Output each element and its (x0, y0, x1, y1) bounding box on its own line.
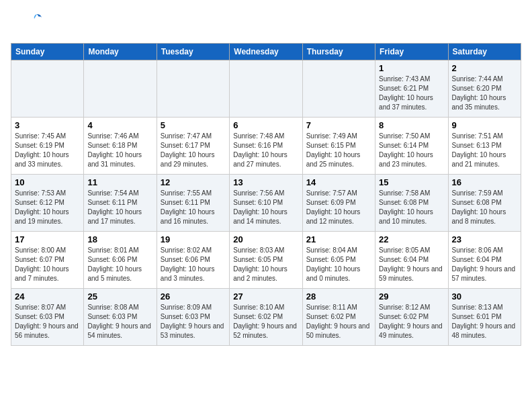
calendar-week-row: 24Sunrise: 8:07 AM Sunset: 6:03 PM Dayli… (11, 289, 521, 346)
logo-bird-icon (31, 12, 43, 24)
calendar-cell: 21Sunrise: 8:04 AM Sunset: 6:05 PM Dayli… (302, 232, 375, 289)
day-info: Sunrise: 8:04 AM Sunset: 6:05 PM Dayligh… (306, 246, 371, 283)
day-number: 13 (233, 177, 298, 187)
day-info: Sunrise: 8:03 AM Sunset: 6:05 PM Dayligh… (233, 246, 298, 283)
weekday-header-wednesday: Wednesday (230, 44, 302, 60)
day-number: 2 (452, 63, 517, 73)
calendar-cell: 19Sunrise: 8:02 AM Sunset: 6:06 PM Dayli… (157, 232, 229, 289)
day-number: 21 (306, 234, 371, 244)
day-number: 1 (379, 63, 444, 73)
day-info: Sunrise: 8:06 AM Sunset: 6:04 PM Dayligh… (452, 246, 517, 283)
page-header (11, 11, 521, 38)
day-number: 22 (379, 234, 444, 244)
day-number: 6 (233, 120, 298, 130)
calendar-cell (230, 60, 302, 118)
day-info: Sunrise: 7:54 AM Sunset: 6:11 PM Dayligh… (87, 189, 152, 226)
day-number: 8 (379, 120, 444, 130)
calendar-cell: 22Sunrise: 8:05 AM Sunset: 6:04 PM Dayli… (375, 232, 448, 289)
weekday-header-thursday: Thursday (302, 44, 375, 60)
day-number: 24 (15, 291, 80, 302)
calendar-cell: 1Sunrise: 7:43 AM Sunset: 6:21 PM Daylig… (375, 60, 448, 118)
calendar-cell (157, 60, 229, 118)
calendar-cell (84, 60, 157, 118)
calendar-cell: 4Sunrise: 7:46 AM Sunset: 6:18 PM Daylig… (84, 118, 157, 175)
calendar-cell: 8Sunrise: 7:50 AM Sunset: 6:14 PM Daylig… (375, 118, 448, 175)
day-number: 23 (452, 234, 517, 244)
day-number: 26 (161, 291, 226, 302)
calendar-cell: 6Sunrise: 7:48 AM Sunset: 6:16 PM Daylig… (230, 118, 302, 175)
day-info: Sunrise: 8:00 AM Sunset: 6:07 PM Dayligh… (15, 246, 80, 283)
day-info: Sunrise: 7:53 AM Sunset: 6:12 PM Dayligh… (15, 189, 80, 226)
day-number: 27 (233, 291, 298, 302)
day-info: Sunrise: 8:12 AM Sunset: 6:02 PM Dayligh… (379, 303, 444, 340)
day-info: Sunrise: 8:11 AM Sunset: 6:02 PM Dayligh… (306, 303, 371, 340)
day-number: 3 (15, 120, 80, 130)
day-info: Sunrise: 8:02 AM Sunset: 6:06 PM Dayligh… (161, 246, 226, 283)
day-info: Sunrise: 7:59 AM Sunset: 6:08 PM Dayligh… (452, 189, 517, 226)
calendar-cell (302, 60, 375, 118)
day-number: 14 (306, 177, 371, 187)
calendar-table: SundayMondayTuesdayWednesdayThursdayFrid… (11, 43, 521, 346)
weekday-header-friday: Friday (375, 44, 448, 60)
calendar-cell: 29Sunrise: 8:12 AM Sunset: 6:02 PM Dayli… (375, 289, 448, 346)
day-info: Sunrise: 8:08 AM Sunset: 6:03 PM Dayligh… (87, 303, 152, 340)
day-number: 17 (15, 234, 80, 244)
calendar-cell: 7Sunrise: 7:49 AM Sunset: 6:15 PM Daylig… (302, 118, 375, 175)
calendar-cell: 28Sunrise: 8:11 AM Sunset: 6:02 PM Dayli… (302, 289, 375, 346)
calendar-cell: 10Sunrise: 7:53 AM Sunset: 6:12 PM Dayli… (11, 175, 84, 232)
calendar-cell: 5Sunrise: 7:47 AM Sunset: 6:17 PM Daylig… (157, 118, 229, 175)
calendar-cell: 17Sunrise: 8:00 AM Sunset: 6:07 PM Dayli… (11, 232, 84, 289)
day-number: 15 (379, 177, 444, 187)
calendar-week-row: 1Sunrise: 7:43 AM Sunset: 6:21 PM Daylig… (11, 60, 521, 118)
calendar-cell: 16Sunrise: 7:59 AM Sunset: 6:08 PM Dayli… (448, 175, 521, 232)
day-number: 18 (87, 234, 152, 244)
calendar-cell: 9Sunrise: 7:51 AM Sunset: 6:13 PM Daylig… (448, 118, 521, 175)
day-info: Sunrise: 7:56 AM Sunset: 6:10 PM Dayligh… (233, 189, 298, 226)
day-number: 16 (452, 177, 517, 187)
day-info: Sunrise: 7:46 AM Sunset: 6:18 PM Dayligh… (87, 132, 152, 169)
day-info: Sunrise: 7:43 AM Sunset: 6:21 PM Dayligh… (379, 75, 444, 112)
calendar-cell: 25Sunrise: 8:08 AM Sunset: 6:03 PM Dayli… (84, 289, 157, 346)
day-info: Sunrise: 8:05 AM Sunset: 6:04 PM Dayligh… (379, 246, 444, 283)
day-info: Sunrise: 7:49 AM Sunset: 6:15 PM Dayligh… (306, 132, 371, 169)
day-info: Sunrise: 7:44 AM Sunset: 6:20 PM Dayligh… (452, 75, 517, 112)
calendar-cell: 2Sunrise: 7:44 AM Sunset: 6:20 PM Daylig… (448, 60, 521, 118)
logo (11, 11, 58, 38)
calendar-cell: 11Sunrise: 7:54 AM Sunset: 6:11 PM Dayli… (84, 175, 157, 232)
calendar-cell: 27Sunrise: 8:10 AM Sunset: 6:02 PM Dayli… (230, 289, 302, 346)
day-number: 7 (306, 120, 371, 130)
day-number: 20 (233, 234, 298, 244)
calendar-cell: 20Sunrise: 8:03 AM Sunset: 6:05 PM Dayli… (230, 232, 302, 289)
calendar-cell (11, 60, 84, 118)
day-number: 28 (306, 291, 371, 302)
calendar-cell: 13Sunrise: 7:56 AM Sunset: 6:10 PM Dayli… (230, 175, 302, 232)
day-number: 5 (161, 120, 226, 130)
day-info: Sunrise: 8:01 AM Sunset: 6:06 PM Dayligh… (87, 246, 152, 283)
day-info: Sunrise: 7:55 AM Sunset: 6:11 PM Dayligh… (161, 189, 226, 226)
weekday-header-sunday: Sunday (11, 44, 84, 60)
calendar-cell: 15Sunrise: 7:58 AM Sunset: 6:08 PM Dayli… (375, 175, 448, 232)
calendar-cell: 3Sunrise: 7:45 AM Sunset: 6:19 PM Daylig… (11, 118, 84, 175)
calendar-cell: 30Sunrise: 8:13 AM Sunset: 6:01 PM Dayli… (448, 289, 521, 346)
day-number: 11 (87, 177, 152, 187)
day-number: 4 (87, 120, 152, 130)
calendar-cell: 12Sunrise: 7:55 AM Sunset: 6:11 PM Dayli… (157, 175, 229, 232)
day-info: Sunrise: 8:10 AM Sunset: 6:02 PM Dayligh… (233, 303, 298, 340)
day-info: Sunrise: 7:50 AM Sunset: 6:14 PM Dayligh… (379, 132, 444, 169)
calendar-cell: 18Sunrise: 8:01 AM Sunset: 6:06 PM Dayli… (84, 232, 157, 289)
calendar-cell: 14Sunrise: 7:57 AM Sunset: 6:09 PM Dayli… (302, 175, 375, 232)
weekday-header-tuesday: Tuesday (157, 44, 229, 60)
day-number: 10 (15, 177, 80, 187)
calendar-week-row: 3Sunrise: 7:45 AM Sunset: 6:19 PM Daylig… (11, 118, 521, 175)
day-number: 9 (452, 120, 517, 130)
calendar-cell: 26Sunrise: 8:09 AM Sunset: 6:03 PM Dayli… (157, 289, 229, 346)
day-number: 30 (452, 291, 517, 302)
calendar-cell: 23Sunrise: 8:06 AM Sunset: 6:04 PM Dayli… (448, 232, 521, 289)
day-number: 12 (161, 177, 226, 187)
day-info: Sunrise: 7:57 AM Sunset: 6:09 PM Dayligh… (306, 189, 371, 226)
day-info: Sunrise: 7:48 AM Sunset: 6:16 PM Dayligh… (233, 132, 298, 169)
day-info: Sunrise: 7:58 AM Sunset: 6:08 PM Dayligh… (379, 189, 444, 226)
day-info: Sunrise: 8:07 AM Sunset: 6:03 PM Dayligh… (15, 303, 80, 340)
day-number: 25 (87, 291, 152, 302)
day-info: Sunrise: 8:13 AM Sunset: 6:01 PM Dayligh… (452, 303, 517, 340)
